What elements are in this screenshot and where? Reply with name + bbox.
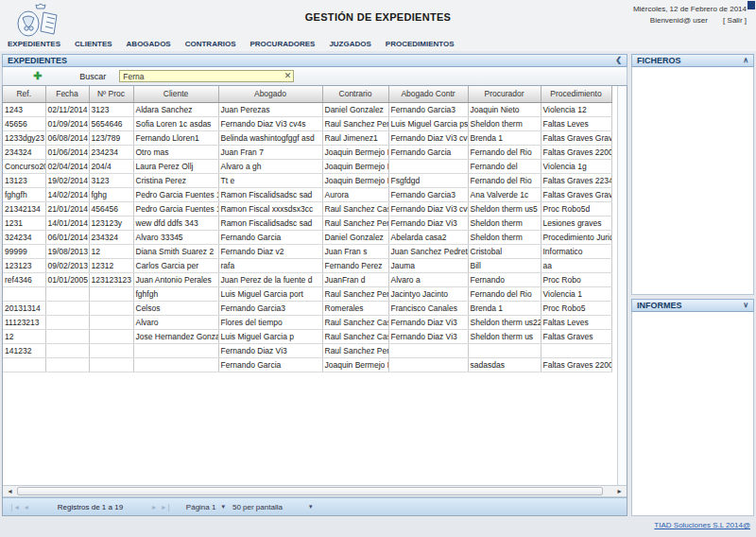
table-cell: Fernando Garcia bbox=[218, 357, 322, 372]
table-cell bbox=[89, 315, 133, 329]
table-cell: Fernando Perez bbox=[322, 258, 388, 272]
expand-down-icon[interactable]: ∨ bbox=[743, 302, 748, 309]
table-cell: 123123123 bbox=[89, 272, 133, 286]
column-header[interactable]: Abogado bbox=[218, 86, 322, 102]
table-cell: fghgfh bbox=[3, 187, 45, 201]
table-cell: Faltas Graves 2234 bbox=[541, 173, 611, 187]
table-cell: Joaquin Bermejo Diaz bbox=[322, 357, 388, 372]
table-cell: 3123 bbox=[89, 102, 133, 116]
column-header[interactable]: Abogado Contr bbox=[388, 86, 468, 102]
table-cell: Fernando Diaz v2 bbox=[218, 244, 322, 258]
last-page-button[interactable]: ▸❘ bbox=[162, 503, 172, 511]
table-cell: Juan Perez de la fuente d bbox=[218, 272, 322, 286]
column-header[interactable]: Nº Proc bbox=[89, 86, 133, 102]
table-cell: rafa bbox=[218, 258, 322, 272]
table-cell: Raul Sanchez Casta52 bbox=[322, 201, 388, 216]
table-row[interactable]: fghfghLuis Miguel Garcia portRaul Sanche… bbox=[3, 286, 611, 301]
table-cell: Proc Robo bbox=[541, 272, 611, 286]
table-cell: 13123 bbox=[3, 173, 45, 187]
table-cell: Joaquin Bermejo Diaz bbox=[322, 145, 388, 159]
table-row[interactable]: Fernando GarciaJoaquin Bermejo Diazsadas… bbox=[3, 357, 611, 372]
expedientes-panel-header[interactable]: EXPEDIENTES ❮ bbox=[2, 54, 627, 67]
ficheros-panel-header[interactable]: FICHEROS ∧ bbox=[631, 54, 754, 67]
table-row[interactable]: 20131314CelsosFernando Garcia3RomeralesF… bbox=[3, 301, 611, 315]
menu-item-procuradores[interactable]: PROCURADORES bbox=[249, 40, 315, 51]
prev-page-button[interactable]: ◂ bbox=[25, 503, 28, 511]
collapse-left-icon[interactable]: ❮ bbox=[615, 57, 622, 64]
table-row[interactable]: 12312309/02/201312312Carlos Garcia perra… bbox=[3, 258, 611, 272]
horizontal-scroll-thumb[interactable] bbox=[17, 487, 603, 495]
table-row[interactable]: 11123213AlvaroFlores del tiempoRaul Sanc… bbox=[3, 315, 611, 329]
table-cell: 21342134 bbox=[3, 201, 45, 216]
table-cell: Sheldon therm bbox=[468, 116, 541, 130]
table-row[interactable]: 124302/11/20143123Aldara SanchezJuan Per… bbox=[3, 102, 611, 116]
column-header[interactable]: Procurador bbox=[468, 86, 541, 102]
table-row[interactable]: 32423406/01/2014234324Alvaro 33345Fernan… bbox=[3, 230, 611, 244]
table-cell: 06/01/2014 bbox=[45, 230, 89, 244]
add-expediente-icon[interactable]: ✚ bbox=[33, 71, 42, 81]
table-cell: Faltas Graves bbox=[541, 329, 611, 343]
table-cell: Ramon Fiscalidsadsc sad bbox=[218, 187, 322, 201]
table-cell: Brenda 1 bbox=[468, 301, 541, 315]
table-cell: Violencia 1g bbox=[541, 159, 611, 173]
horizontal-scrollbar[interactable]: ◂ ▸ bbox=[3, 485, 627, 497]
menu-item-expedientes[interactable]: EXPEDIENTES bbox=[8, 40, 60, 51]
table-row[interactable]: 23432401/06/2014234234Otro masJuan Fran … bbox=[3, 145, 611, 159]
column-header[interactable]: Fecha bbox=[45, 86, 89, 102]
table-cell: 20131314 bbox=[3, 301, 45, 315]
logout-link[interactable]: [ Salir ] bbox=[723, 16, 747, 25]
welcome-text: Bienvenid@ user bbox=[650, 16, 708, 25]
table-row[interactable]: 9999919/08/201312Diana Smith Suarez 2Fer… bbox=[3, 244, 611, 258]
table-cell: fghg bbox=[89, 187, 133, 201]
expedientes-grid: Ref.FechaNº ProcClienteAbogadoContrarioA… bbox=[2, 85, 627, 516]
page-dropdown-icon[interactable]: ▾ bbox=[221, 503, 225, 511]
table-cell: 141232 bbox=[3, 343, 45, 357]
menu-item-abogados[interactable]: ABOGADOS bbox=[127, 40, 171, 51]
table-cell: 3123 bbox=[89, 173, 133, 187]
scroll-left-icon[interactable]: ◂ bbox=[4, 486, 16, 496]
next-page-button[interactable]: ▸ bbox=[152, 503, 156, 511]
collapse-up-icon[interactable]: ∧ bbox=[743, 57, 748, 64]
table-row[interactable]: Concurso20402/04/2014204/4Laura Perez Ol… bbox=[3, 159, 611, 173]
expedientes-panel: EXPEDIENTES ❮ ✚ Buscar ✕ Ref.FechaNº Pro… bbox=[2, 54, 627, 516]
scroll-right-icon[interactable]: ▸ bbox=[613, 486, 626, 496]
table-cell: Fernando Garcia3 bbox=[218, 301, 322, 315]
menu-item-contrarios[interactable]: CONTRARIOS bbox=[185, 40, 236, 51]
table-row[interactable]: fghgfh14/02/2014fghgPedro Garcia Fuentes… bbox=[3, 187, 611, 201]
column-header[interactable]: Contrario bbox=[322, 86, 388, 102]
first-page-button[interactable]: ❘◂ bbox=[9, 503, 19, 511]
search-input[interactable] bbox=[119, 70, 294, 82]
table-row[interactable]: 141232Fernando Diaz Vi3Raul Sanchez Pere… bbox=[3, 343, 611, 357]
table-row[interactable]: 4565601/09/20145654646Sofia Loren 1c asd… bbox=[3, 116, 611, 130]
clear-search-icon[interactable]: ✕ bbox=[284, 71, 292, 81]
table-cell: Joaquin Nieto bbox=[468, 102, 541, 116]
table-row[interactable]: 2134213421/01/2014456456Pedro Garcia Fue… bbox=[3, 201, 611, 216]
column-header[interactable]: Cliente bbox=[133, 86, 218, 102]
table-cell: Proc Robo5d bbox=[541, 201, 611, 216]
table-row[interactable]: 1233dgy2306/08/2014123/789Fernando Llore… bbox=[3, 130, 611, 145]
column-header[interactable]: Procedimiento bbox=[541, 86, 611, 102]
footer-link[interactable]: TIAD Soluciones S.L 2014@ bbox=[654, 521, 750, 529]
table-cell: 12 bbox=[3, 329, 45, 343]
table-row[interactable]: 123114/01/2014123123ywew dfd ddfs 343Ram… bbox=[3, 216, 611, 230]
table-cell: Raul Sanchez Perez 1 bbox=[322, 216, 388, 230]
table-cell: Lesiones graves bbox=[541, 216, 611, 230]
table-cell bbox=[89, 286, 133, 301]
table-cell: Raul Jimenez1 bbox=[322, 130, 388, 145]
per-page-dropdown-icon[interactable]: ▾ bbox=[309, 503, 313, 511]
table-cell: Alvaro a bbox=[388, 272, 468, 286]
table-cell: 12 bbox=[89, 244, 133, 258]
table-cell: Joaquin Bermejo Diaz5 bbox=[322, 173, 388, 187]
menu-item-procedimientos[interactable]: PROCEDIMIENTOS bbox=[386, 40, 455, 51]
column-header[interactable]: Ref. bbox=[3, 86, 45, 102]
table-row[interactable]: 12Jose Hernandez GonzalezLuis Miguel Gar… bbox=[3, 329, 611, 343]
table-cell bbox=[45, 315, 89, 329]
table-cell: 02/11/2014 bbox=[45, 102, 89, 116]
menu-item-clientes[interactable]: CLIENTES bbox=[75, 40, 112, 51]
vertical-scrollbar[interactable] bbox=[617, 86, 627, 485]
informes-panel-header[interactable]: INFORMES ∨ bbox=[631, 299, 754, 312]
records-count: Registros de 1 a 19 bbox=[58, 503, 123, 511]
table-row[interactable]: ref434601/01/2005123123123Juan Antonio P… bbox=[3, 272, 611, 286]
table-row[interactable]: 1312319/02/20143123Cristina PerezTt eJoa… bbox=[3, 173, 611, 187]
menu-item-juzgados[interactable]: JUZGADOS bbox=[329, 40, 370, 51]
